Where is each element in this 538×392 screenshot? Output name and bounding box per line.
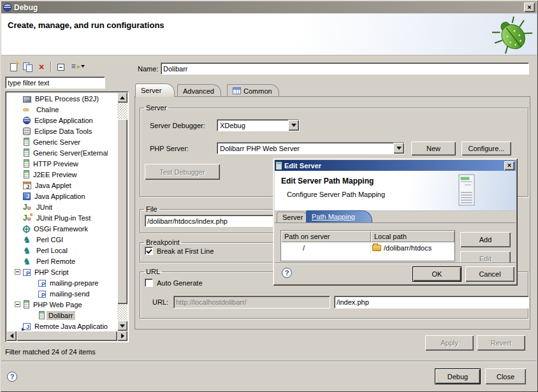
auto-generate-checkbox[interactable]: [145, 279, 153, 287]
tree-item-perl-cgi[interactable]: Perl CGI: [6, 234, 108, 245]
tab-advanced-label: Advanced: [183, 87, 214, 95]
break-first-line-checkbox[interactable]: [145, 247, 153, 255]
php-icon: [23, 269, 31, 276]
tree-item-eclipse-data-tools[interactable]: Eclipse Data Tools: [6, 126, 108, 136]
new-configuration-icon: [10, 63, 17, 71]
tree-item-java-applet[interactable]: Java Applet: [6, 180, 108, 191]
tree-item-perl-local[interactable]: Perl Local: [6, 245, 108, 256]
tree-item-junit[interactable]: JUnit: [6, 201, 108, 212]
tree-indent-spacer: [15, 247, 20, 253]
filter-button[interactable]: [68, 61, 88, 73]
common-table-icon: [233, 87, 241, 94]
tab-server[interactable]: Server: [135, 83, 175, 97]
dropdown-button[interactable]: [393, 143, 404, 154]
vertical-scroll-thumb[interactable]: [117, 119, 127, 304]
tree-item-php-web-page[interactable]: PHP Web Page: [6, 299, 108, 310]
server-icon: [276, 162, 282, 170]
dialog-banner: Edit Server Path Mapping Configure Serve…: [275, 171, 516, 211]
dialog-titlebar[interactable]: Edit Server ×: [275, 160, 516, 171]
sidebar-toolbar: ×: [6, 60, 102, 74]
tree-item-osgi-framework[interactable]: OSGi Framework: [6, 223, 108, 234]
collapse-all-button[interactable]: [54, 61, 68, 73]
tree-item-remote-java-application[interactable]: Remote Java Application: [6, 321, 108, 331]
tree-item-http-preview[interactable]: HTTP Preview: [6, 158, 108, 169]
chain-icon: [23, 105, 33, 114]
scroll-right-button[interactable]: [117, 331, 127, 341]
window-title: Debug: [14, 3, 38, 12]
tree-item-generic-server[interactable]: Generic Server: [6, 136, 108, 147]
base-url-input[interactable]: [174, 296, 330, 308]
cell-local-path: /dolibarr/htdocs: [371, 242, 454, 254]
tree-item-j2ee-preview[interactable]: J2EE Preview: [6, 169, 108, 180]
dropdown-button[interactable]: [288, 120, 299, 131]
help-button[interactable]: ?: [7, 372, 17, 382]
tree-filter-input[interactable]: [6, 77, 105, 88]
tab-server-label: Server: [141, 87, 161, 94]
tree-item-dolibarr[interactable]: Dolibarr: [6, 310, 108, 321]
page-title: Create, manage, and run configurations: [8, 20, 164, 30]
add-mapping-button[interactable]: Add: [460, 232, 511, 247]
java-icon: [23, 192, 31, 200]
ok-button[interactable]: OK: [412, 266, 462, 282]
php-server-select[interactable]: Dolibarr PHP Web Server: [217, 142, 405, 154]
tree-item-php-script[interactable]: PHP Script: [6, 266, 108, 277]
column-local-path[interactable]: Local path: [371, 231, 454, 242]
horizontal-scroll-thumb[interactable]: [17, 331, 117, 341]
collapse-node-icon[interactable]: [15, 301, 20, 307]
table-header-row: Path on server Local path: [281, 231, 454, 242]
collapse-node-icon[interactable]: [15, 269, 20, 275]
tree-horizontal-scrollbar[interactable]: [6, 331, 127, 341]
tree-item-junit-plug-in-test[interactable]: JUnit Plug-in Test: [6, 212, 108, 223]
scroll-up-button[interactable]: [117, 92, 127, 103]
perl-icon: [23, 257, 33, 266]
duplicate-configuration-button[interactable]: [20, 61, 34, 73]
tree-item-perl-remote[interactable]: Perl Remote: [6, 256, 108, 266]
dialog-tab-server[interactable]: Server: [277, 212, 309, 222]
column-path-on-server[interactable]: Path on server: [281, 231, 371, 242]
cancel-button[interactable]: Cancel: [465, 266, 514, 282]
delete-configuration-button[interactable]: ×: [34, 61, 48, 73]
path-mapping-table[interactable]: Path on server Local path //dolibarr/htd…: [280, 230, 455, 261]
dialog-help-button[interactable]: ?: [282, 268, 292, 278]
tree-item-mailing-prepare[interactable]: mailing-prepare: [6, 277, 108, 288]
footer-separator: [1, 361, 537, 362]
tab-advanced[interactable]: Advanced: [177, 84, 221, 97]
tree-item-generic-server-external-la[interactable]: Generic Server(External La: [6, 147, 108, 158]
tree-item-eclipse-application[interactable]: Eclipse Application: [6, 115, 108, 126]
tree-item-label: mailing-send: [48, 289, 91, 298]
revert-button[interactable]: Revert: [477, 335, 525, 351]
server-debugger-select[interactable]: XDebug: [217, 119, 300, 131]
tree-item-label: Java Applet: [33, 181, 73, 190]
server-group-legend: Server: [144, 104, 168, 112]
dialog-close-button[interactable]: ×: [504, 161, 514, 170]
dialog-tab-path-mapping[interactable]: Path Mapping: [306, 210, 372, 222]
tree-item-mailing-send[interactable]: mailing-send: [6, 288, 108, 299]
tree-item-java-application[interactable]: Java Application: [6, 191, 108, 201]
window-close-button[interactable]: ×: [524, 3, 535, 12]
tab-common[interactable]: Common: [227, 84, 279, 97]
table-row[interactable]: //dolibarr/htdocs: [281, 242, 454, 254]
scroll-left-button[interactable]: [6, 331, 17, 341]
debug-button[interactable]: Debug: [435, 368, 481, 384]
arrow-up-icon: [120, 94, 125, 99]
tree-item-bpel-process-b2j[interactable]: BPEL Process (B2J): [6, 93, 108, 104]
window-titlebar[interactable]: Debug ×: [1, 1, 537, 13]
new-server-button[interactable]: New: [411, 142, 456, 156]
tree-vertical-scrollbar[interactable]: [117, 92, 127, 331]
tree-indent-spacer: [15, 171, 20, 177]
new-configuration-button[interactable]: [6, 61, 20, 73]
dialog-tab-rule: [275, 222, 516, 223]
scroll-down-button[interactable]: [117, 321, 127, 331]
file-group-legend: File: [144, 205, 159, 213]
tree-item-cha-ne[interactable]: Chaîne: [6, 104, 108, 115]
configure-server-button[interactable]: Configure...: [462, 142, 511, 156]
tree-item-label: Perl CGI: [34, 235, 65, 244]
perl-icon: [23, 246, 33, 255]
close-button[interactable]: Close: [485, 368, 526, 384]
configuration-name-input[interactable]: [161, 63, 528, 74]
dialog-tab-path-mapping-label: Path Mapping: [312, 213, 355, 221]
apply-button[interactable]: Apply: [425, 335, 474, 351]
tree-indent-spacer: [15, 236, 20, 242]
test-debugger-button[interactable]: Test Debugger: [145, 164, 220, 180]
url-path-input[interactable]: [335, 296, 528, 308]
